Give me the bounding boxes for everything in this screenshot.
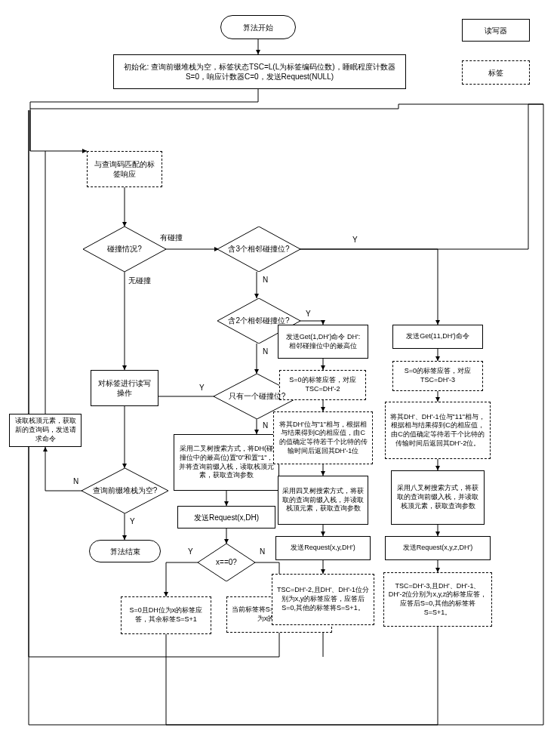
decision-three-adj-text: 含3个相邻碰撞位? [226,245,292,254]
label-x0-n: N [258,547,266,556]
decision-one-only-text: 只有一个碰撞位? [223,392,292,401]
label-3adj-n: N [261,276,269,284]
legend-tag: 标签 [462,60,530,85]
decision-collision: 碰撞情况? [83,226,166,272]
decision-three-adj: 含3个相邻碰撞位? [217,226,300,272]
process-tsc-dh3: TSC=DH'-3,且DH'、DH'-1、DH'-2位分别为x,y,z的标签应答… [383,572,492,627]
decision-stack-empty-text: 查询前缀堆栈为空? [91,486,160,495]
process-dh-and-1: 将其DH'位与"1"相与，根据相与结果得到C的相应值，由C的值确定等待若干个比特… [273,411,373,464]
process-binary-tree: 采用二叉树搜索方式，将DH(碰撞位中的最高位)置"0"和置"1"，并将查询前缀入… [174,434,279,491]
decision-x-eq-0: x==0? [198,544,255,581]
process-req-xdh: 发送Request(x,DH) [177,506,275,528]
process-send-get11: 发送Get(11,DH')命令 [392,325,483,349]
process-send-get1: 发送Get(1,DH')命令 DH': 相邻碰撞位中的最高位 [278,325,368,359]
process-dh-and-11: 将其DH'、DH'-1位与"11"相与，根据相与结果得到C的相应值，由C的值确定… [385,402,491,459]
process-s0-resp3: S=0的标签应答，对应TSC=DH'-3 [392,361,483,391]
process-pop-stack: 读取栈顶元素，获取新的查询码，发送请求命令 [9,414,82,447]
label-3adj-y: Y [351,236,359,244]
process-oct-tree: 采用八叉树搜索方式，将获取的查询前缀入栈，并读取栈顶元素，获取查询参数 [391,470,485,525]
process-tsc-dh2: TSC=DH'-2,且DH'、DH'-1位分别为x,y的标签应答，应答后S=0,… [272,574,374,625]
process-s0-dh-x: S=0且DH位为x的标签应答，其余标签S=S+1 [121,596,211,634]
process-init: 初始化: 查询前缀堆栈为空，标签状态TSC=L(L为标签编码位数)，睡眠程度计数… [113,54,406,89]
decision-stack-empty: 查询前缀堆栈为空? [82,468,168,513]
label-x0-y: Y [186,547,195,556]
process-match-response: 与查询码匹配的标签响应 [87,151,162,187]
process-quad-tree: 采用四叉树搜索方式，将获取的查询前缀入栈，并读取栈顶元素，获取查询参数 [278,476,368,525]
label-stack-n: N [72,477,80,485]
decision-x-eq-0-text: x==0? [204,558,250,567]
label-has-collision: 有碰撞 [158,233,184,243]
terminator-end: 算法结束 [89,540,161,562]
process-req-xy: 发送Request(x,y,DH') [275,536,371,560]
process-rw-tag: 对标签进行读写操作 [91,370,158,406]
label-1only-y: Y [198,384,206,392]
decision-collision-text: 碰撞情况? [91,245,158,254]
decision-two-adj-text: 含2个相邻碰撞位? [226,316,292,325]
label-2adj-n: N [261,347,269,356]
process-req-xyz: 发送Request(x,y,z,DH') [385,536,491,560]
label-no-collision: 无碰撞 [127,276,152,286]
process-s0-resp2: S=0的标签应答，对应TSC=DH'-2 [279,370,366,400]
legend-reader: 读写器 [462,19,530,42]
label-1only-n: N [261,421,269,430]
terminator-start: 算法开始 [220,15,296,39]
label-2adj-y: Y [304,310,312,318]
label-stack-y: Y [128,517,137,525]
